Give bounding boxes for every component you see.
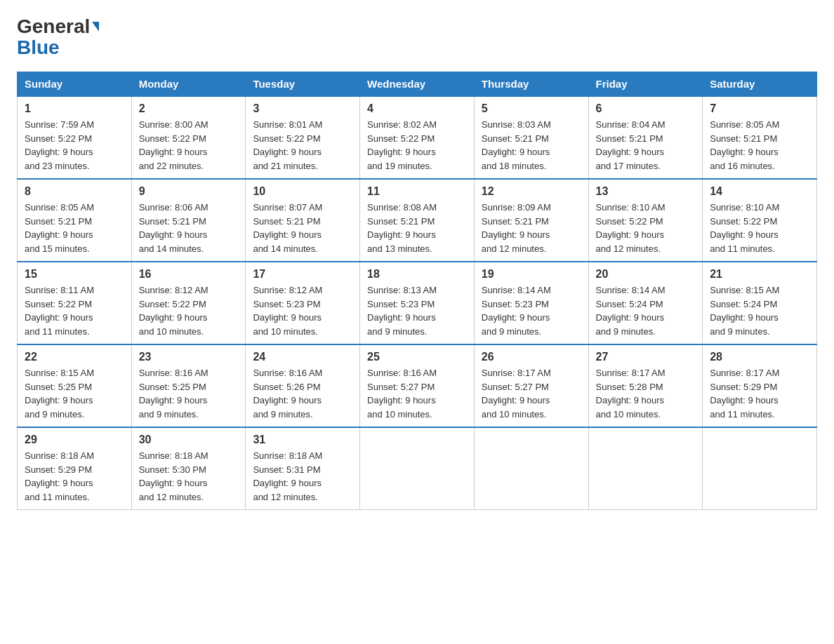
calendar-cell: 31Sunrise: 8:18 AMSunset: 5:31 PMDayligh… bbox=[246, 427, 360, 510]
calendar-cell: 24Sunrise: 8:16 AMSunset: 5:26 PMDayligh… bbox=[246, 344, 360, 427]
day-number: 22 bbox=[25, 351, 124, 363]
day-info: Sunrise: 8:02 AMSunset: 5:22 PMDaylight:… bbox=[367, 118, 467, 173]
day-number: 30 bbox=[139, 434, 239, 446]
day-info: Sunrise: 8:17 AMSunset: 5:29 PMDaylight:… bbox=[710, 366, 809, 421]
calendar-cell: 21Sunrise: 8:15 AMSunset: 5:24 PMDayligh… bbox=[703, 262, 817, 344]
day-info: Sunrise: 8:01 AMSunset: 5:22 PMDaylight:… bbox=[253, 118, 352, 173]
logo-line2: Blue bbox=[17, 38, 60, 58]
calendar-cell: 5Sunrise: 8:03 AMSunset: 5:21 PMDaylight… bbox=[474, 96, 588, 179]
day-info: Sunrise: 8:12 AMSunset: 5:22 PMDaylight:… bbox=[139, 283, 239, 338]
calendar-cell: 19Sunrise: 8:14 AMSunset: 5:23 PMDayligh… bbox=[474, 262, 588, 344]
day-info: Sunrise: 8:04 AMSunset: 5:21 PMDaylight:… bbox=[596, 118, 696, 173]
day-number: 26 bbox=[482, 351, 581, 363]
calendar-cell: 20Sunrise: 8:14 AMSunset: 5:24 PMDayligh… bbox=[588, 262, 703, 344]
day-number: 29 bbox=[25, 434, 124, 446]
day-number: 14 bbox=[710, 185, 809, 198]
calendar-table: SundayMondayTuesdayWednesdayThursdayFrid… bbox=[17, 72, 817, 510]
calendar-cell: 15Sunrise: 8:11 AMSunset: 5:22 PMDayligh… bbox=[18, 262, 132, 344]
calendar-cell bbox=[360, 427, 475, 510]
day-info: Sunrise: 8:05 AMSunset: 5:21 PMDaylight:… bbox=[25, 201, 124, 255]
day-of-week-header: Thursday bbox=[474, 72, 588, 97]
day-info: Sunrise: 7:59 AMSunset: 5:22 PMDaylight:… bbox=[25, 118, 124, 173]
day-number: 16 bbox=[139, 268, 239, 281]
calendar-week-row: 22Sunrise: 8:15 AMSunset: 5:25 PMDayligh… bbox=[18, 344, 817, 427]
calendar-cell: 6Sunrise: 8:04 AMSunset: 5:21 PMDaylight… bbox=[588, 96, 703, 179]
calendar-cell: 22Sunrise: 8:15 AMSunset: 5:25 PMDayligh… bbox=[18, 344, 132, 427]
day-info: Sunrise: 8:00 AMSunset: 5:22 PMDaylight:… bbox=[139, 118, 239, 173]
day-number: 11 bbox=[367, 185, 467, 198]
day-of-week-header: Sunday bbox=[18, 72, 132, 97]
calendar-cell: 14Sunrise: 8:10 AMSunset: 5:22 PMDayligh… bbox=[703, 179, 817, 262]
day-info: Sunrise: 8:09 AMSunset: 5:21 PMDaylight:… bbox=[482, 201, 581, 255]
calendar-header-row: SundayMondayTuesdayWednesdayThursdayFrid… bbox=[18, 72, 817, 97]
day-of-week-header: Monday bbox=[131, 72, 246, 97]
day-info: Sunrise: 8:16 AMSunset: 5:27 PMDaylight:… bbox=[367, 366, 467, 421]
day-info: Sunrise: 8:18 AMSunset: 5:31 PMDaylight:… bbox=[253, 449, 352, 504]
logo-line1: General bbox=[17, 17, 99, 36]
day-info: Sunrise: 8:06 AMSunset: 5:21 PMDaylight:… bbox=[139, 201, 239, 255]
day-number: 25 bbox=[367, 351, 467, 363]
calendar-cell: 27Sunrise: 8:17 AMSunset: 5:28 PMDayligh… bbox=[588, 344, 703, 427]
calendar-cell: 23Sunrise: 8:16 AMSunset: 5:25 PMDayligh… bbox=[131, 344, 246, 427]
day-of-week-header: Wednesday bbox=[360, 72, 475, 97]
calendar-cell: 18Sunrise: 8:13 AMSunset: 5:23 PMDayligh… bbox=[360, 262, 475, 344]
calendar-cell: 1Sunrise: 7:59 AMSunset: 5:22 PMDaylight… bbox=[18, 96, 132, 179]
calendar-week-row: 15Sunrise: 8:11 AMSunset: 5:22 PMDayligh… bbox=[18, 262, 817, 344]
day-of-week-header: Tuesday bbox=[246, 72, 360, 97]
calendar-cell bbox=[703, 427, 817, 510]
calendar-cell: 17Sunrise: 8:12 AMSunset: 5:23 PMDayligh… bbox=[246, 262, 360, 344]
logo: General Blue bbox=[17, 17, 99, 58]
calendar-cell bbox=[588, 427, 703, 510]
day-info: Sunrise: 8:03 AMSunset: 5:21 PMDaylight:… bbox=[482, 118, 581, 173]
calendar-cell: 28Sunrise: 8:17 AMSunset: 5:29 PMDayligh… bbox=[703, 344, 817, 427]
calendar-cell: 12Sunrise: 8:09 AMSunset: 5:21 PMDayligh… bbox=[474, 179, 588, 262]
day-number: 23 bbox=[139, 351, 239, 363]
day-info: Sunrise: 8:08 AMSunset: 5:21 PMDaylight:… bbox=[367, 201, 467, 255]
calendar-cell: 25Sunrise: 8:16 AMSunset: 5:27 PMDayligh… bbox=[360, 344, 475, 427]
day-number: 4 bbox=[367, 102, 467, 115]
day-number: 6 bbox=[596, 102, 696, 115]
day-info: Sunrise: 8:15 AMSunset: 5:24 PMDaylight:… bbox=[710, 283, 809, 338]
day-of-week-header: Saturday bbox=[703, 72, 817, 97]
day-info: Sunrise: 8:07 AMSunset: 5:21 PMDaylight:… bbox=[253, 201, 352, 255]
calendar-week-row: 29Sunrise: 8:18 AMSunset: 5:29 PMDayligh… bbox=[18, 427, 817, 510]
day-number: 19 bbox=[482, 268, 581, 281]
day-number: 20 bbox=[596, 268, 696, 281]
calendar-cell: 4Sunrise: 8:02 AMSunset: 5:22 PMDaylight… bbox=[360, 96, 475, 179]
calendar-cell: 8Sunrise: 8:05 AMSunset: 5:21 PMDaylight… bbox=[18, 179, 132, 262]
calendar-cell: 30Sunrise: 8:18 AMSunset: 5:30 PMDayligh… bbox=[131, 427, 246, 510]
day-info: Sunrise: 8:16 AMSunset: 5:25 PMDaylight:… bbox=[139, 366, 239, 421]
day-info: Sunrise: 8:10 AMSunset: 5:22 PMDaylight:… bbox=[596, 201, 696, 255]
day-info: Sunrise: 8:10 AMSunset: 5:22 PMDaylight:… bbox=[710, 201, 809, 255]
day-info: Sunrise: 8:17 AMSunset: 5:27 PMDaylight:… bbox=[482, 366, 581, 421]
day-number: 31 bbox=[253, 434, 352, 446]
day-number: 5 bbox=[482, 102, 581, 115]
day-info: Sunrise: 8:18 AMSunset: 5:30 PMDaylight:… bbox=[139, 449, 239, 504]
day-of-week-header: Friday bbox=[588, 72, 703, 97]
day-number: 12 bbox=[482, 185, 581, 198]
calendar-cell: 11Sunrise: 8:08 AMSunset: 5:21 PMDayligh… bbox=[360, 179, 475, 262]
day-number: 21 bbox=[710, 268, 809, 281]
day-number: 24 bbox=[253, 351, 352, 363]
calendar-week-row: 8Sunrise: 8:05 AMSunset: 5:21 PMDaylight… bbox=[18, 179, 817, 262]
calendar-cell: 10Sunrise: 8:07 AMSunset: 5:21 PMDayligh… bbox=[246, 179, 360, 262]
day-info: Sunrise: 8:18 AMSunset: 5:29 PMDaylight:… bbox=[25, 449, 124, 504]
day-number: 18 bbox=[367, 268, 467, 281]
day-number: 17 bbox=[253, 268, 352, 281]
calendar-cell: 9Sunrise: 8:06 AMSunset: 5:21 PMDaylight… bbox=[131, 179, 246, 262]
day-info: Sunrise: 8:12 AMSunset: 5:23 PMDaylight:… bbox=[253, 283, 352, 338]
day-number: 13 bbox=[596, 185, 696, 198]
calendar-cell: 2Sunrise: 8:00 AMSunset: 5:22 PMDaylight… bbox=[131, 96, 246, 179]
day-number: 1 bbox=[25, 102, 124, 115]
calendar-week-row: 1Sunrise: 7:59 AMSunset: 5:22 PMDaylight… bbox=[18, 96, 817, 179]
day-number: 3 bbox=[253, 102, 352, 115]
day-info: Sunrise: 8:17 AMSunset: 5:28 PMDaylight:… bbox=[596, 366, 696, 421]
page-header: General Blue bbox=[17, 17, 817, 58]
day-info: Sunrise: 8:14 AMSunset: 5:24 PMDaylight:… bbox=[596, 283, 696, 338]
day-number: 10 bbox=[253, 185, 352, 198]
day-info: Sunrise: 8:13 AMSunset: 5:23 PMDaylight:… bbox=[367, 283, 467, 338]
day-number: 9 bbox=[139, 185, 239, 198]
calendar-cell: 16Sunrise: 8:12 AMSunset: 5:22 PMDayligh… bbox=[131, 262, 246, 344]
day-info: Sunrise: 8:11 AMSunset: 5:22 PMDaylight:… bbox=[25, 283, 124, 338]
calendar-cell: 7Sunrise: 8:05 AMSunset: 5:21 PMDaylight… bbox=[703, 96, 817, 179]
